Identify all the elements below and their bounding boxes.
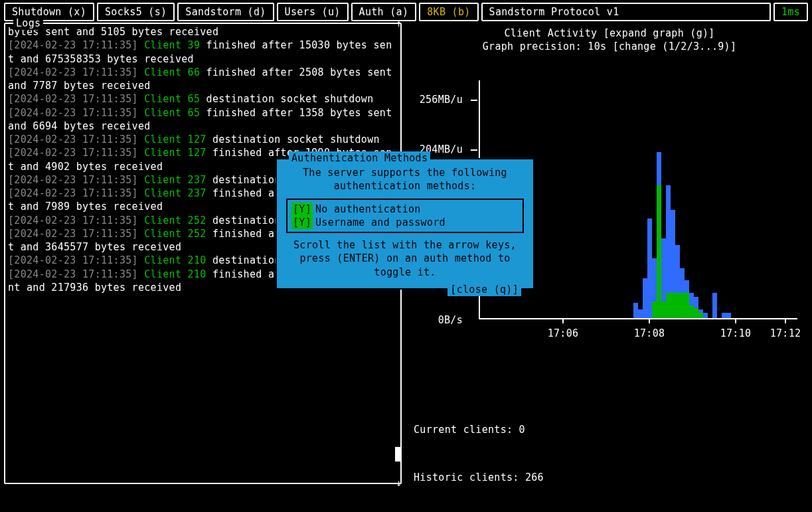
auth-methods-dialog[interactable]: Authentication Methods The server suppor… xyxy=(276,158,534,290)
scrollbar-thumb[interactable] xyxy=(395,447,402,462)
auth-method-label: Username and password xyxy=(315,216,446,229)
x-tick-mark xyxy=(562,318,564,323)
bandwidth-value: 8KB (b) xyxy=(427,5,470,19)
bandwidth-button[interactable]: 8KB (b) xyxy=(419,3,478,21)
auth-enabled-badge: [Y] xyxy=(291,203,313,216)
stat-current-clients: Current clients: 0 xyxy=(414,422,805,438)
y-tick-mark xyxy=(471,100,477,101)
stats-block: Current clients: 0 Historic clients: 266… xyxy=(414,390,805,513)
auth-enabled-badge: [Y] xyxy=(291,216,313,229)
graph-title: Client Activity [expand graph (g)] xyxy=(414,27,805,40)
x-tick-mark xyxy=(735,318,736,323)
scroll-up-icon[interactable]: ↑ xyxy=(396,17,402,30)
log-line: [2024-02-23 17:11:35] Client 127 destina… xyxy=(8,133,396,146)
sandstorm-button[interactable]: Sandstorm (d) xyxy=(177,3,274,21)
topbar: Shutdown (x) Socks5 (s) Sandstorm (d) Us… xyxy=(0,0,812,23)
x-tick-label: 17:08 xyxy=(634,327,665,340)
auth-method-item[interactable]: [Y]Username and password xyxy=(291,216,519,229)
protocol-label: Sandstorm Protocol v1 xyxy=(481,3,771,21)
log-line: [2024-02-23 17:11:35] Client 39 finished… xyxy=(8,39,396,66)
logs-title: Logs xyxy=(13,17,43,30)
x-tick-label: 17:06 xyxy=(548,327,579,340)
log-line: [2024-02-23 17:11:35] Client 66 finished… xyxy=(8,66,396,93)
dialog-title: Authentication Methods xyxy=(289,151,430,165)
log-line: [2024-02-23 17:11:35] Client 65 destinat… xyxy=(8,92,396,106)
auth-method-item[interactable]: [Y]No authentication xyxy=(291,203,519,216)
users-button[interactable]: Users (u) xyxy=(277,3,349,21)
auth-method-label: No authentication xyxy=(315,203,421,216)
dialog-close-hint[interactable]: [close (q)] xyxy=(447,283,521,296)
graph-precision: Graph precision: 10s [change (1/2/3...9)… xyxy=(414,40,805,53)
latency-indicator: 1ms xyxy=(773,3,808,21)
y-tick-label: 0B/s xyxy=(416,313,463,327)
scroll-down-icon[interactable]: ↓ xyxy=(396,477,402,489)
x-tick-label: 17:10 xyxy=(720,327,752,340)
y-tick-label: 256MB/u xyxy=(416,93,463,106)
log-line: [2024-02-23 17:11:35] Client 65 finished… xyxy=(8,106,396,133)
x-tick-label: 17:12 xyxy=(770,327,801,340)
log-line: bytes sent and 5105 bytes received xyxy=(8,25,396,39)
socks-button[interactable]: Socks5 (s) xyxy=(97,3,175,21)
auth-button[interactable]: Auth (a) xyxy=(351,3,417,21)
stat-historic-clients: Historic clients: 266 xyxy=(414,469,805,485)
y-tick-mark xyxy=(471,149,477,151)
auth-method-list: [Y]No authentication[Y]Username and pass… xyxy=(286,199,524,234)
dialog-help: Scroll the list with the arrow keys, pre… xyxy=(284,238,527,279)
x-tick-mark xyxy=(785,318,786,323)
x-tick-mark xyxy=(649,318,650,323)
latency-value: 1ms xyxy=(781,5,800,19)
dialog-description: The server supports the following authen… xyxy=(284,166,527,193)
